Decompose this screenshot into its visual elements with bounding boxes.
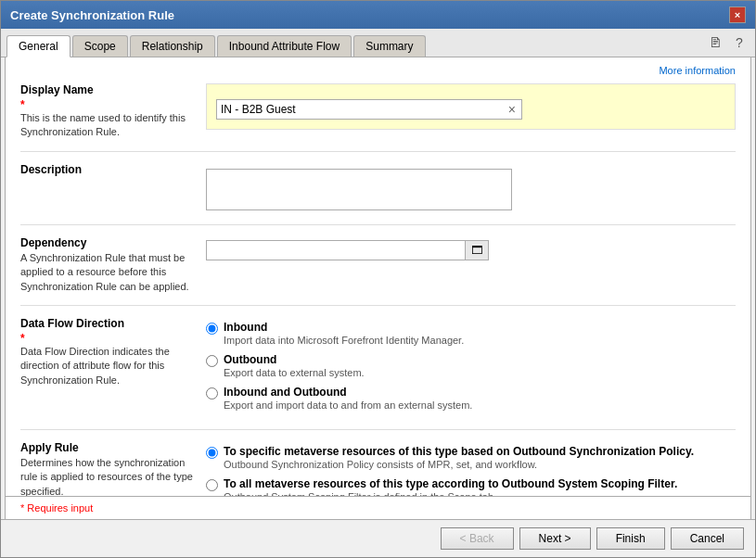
select-arrow-icon[interactable]: 🗖 [466, 240, 489, 260]
data-flow-label-area: Data Flow Direction * Data Flow Directio… [20, 317, 206, 418]
dependency-select[interactable] [206, 240, 466, 260]
display-name-input-wrapper: × [216, 99, 522, 120]
description-section: Description [20, 163, 736, 225]
back-button[interactable]: < Back [441, 527, 514, 550]
title-bar: Create Synchronization Rule × [1, 1, 755, 29]
display-name-title: Display Name [20, 83, 197, 96]
data-flow-radio-group: Inbound Import data into Microsoft Foref… [206, 321, 736, 411]
add-icon[interactable]: 🖹 [705, 32, 725, 53]
tab-scope[interactable]: Scope [72, 35, 128, 57]
apply-rule-content: To specific metaverse resources of this … [206, 441, 736, 497]
radio-specific-item: To specific metaverse resources of this … [206, 445, 736, 470]
description-label-area: Description [20, 163, 206, 213]
apply-rule-radio-group: To specific metaverse resources of this … [206, 445, 736, 497]
required-star-data-flow: * [20, 332, 25, 345]
dependency-desc: A Synchronization Rule that must be appl… [20, 251, 197, 294]
dependency-select-wrapper: 🗖 [206, 240, 736, 260]
radio-inbound-outbound-desc: Export and import data to and from an ex… [224, 399, 472, 411]
display-name-desc: This is the name used to identify this S… [20, 111, 197, 140]
clear-display-name-button[interactable]: × [506, 102, 518, 117]
radio-specific-label: To specific metaverse resources of this … [224, 445, 694, 458]
radio-outbound-desc: Export data to external system. [224, 367, 365, 378]
help-icon[interactable]: ? [729, 32, 750, 53]
create-sync-rule-dialog: Create Synchronization Rule × General Sc… [0, 0, 756, 558]
display-name-section: Display Name * This is the name used to … [20, 83, 736, 152]
display-name-content: × [206, 83, 736, 140]
tab-relationship[interactable]: Relationship [130, 35, 215, 57]
required-star-display-name: * [20, 98, 25, 111]
data-flow-content: Inbound Import data into Microsoft Foref… [206, 317, 736, 418]
data-flow-title: Data Flow Direction [20, 317, 197, 330]
toolbar-icons: 🖹 ? [705, 32, 750, 53]
radio-inbound[interactable] [206, 323, 218, 335]
radio-outbound[interactable] [206, 355, 218, 367]
radio-outbound-item: Outbound Export data to external system. [206, 353, 736, 378]
apply-rule-label-area: Apply Rule Determines how the synchroniz… [20, 441, 206, 497]
apply-rule-desc: Determines how the synchronization rule … [20, 456, 197, 497]
radio-specific[interactable] [206, 447, 218, 459]
display-name-box: × [206, 83, 736, 130]
display-name-input[interactable] [221, 103, 506, 116]
tabs-container: General Scope Relationship Inbound Attri… [6, 34, 428, 57]
radio-inbound-outbound-label: Inbound and Outbound [224, 386, 472, 399]
dependency-content: 🗖 [206, 236, 736, 294]
cancel-button[interactable]: Cancel [671, 527, 744, 550]
data-flow-desc: Data Flow Direction indicates the direct… [20, 345, 197, 387]
apply-rule-section: Apply Rule Determines how the synchroniz… [20, 441, 736, 497]
tabs-bar: General Scope Relationship Inbound Attri… [1, 29, 755, 57]
radio-all-label: To all metaverse resources of this type … [224, 477, 677, 490]
radio-all[interactable] [206, 479, 218, 491]
more-information-link[interactable]: More information [20, 65, 736, 76]
radio-inbound-label: Inbound [224, 321, 464, 334]
display-name-label-area: Display Name * This is the name used to … [20, 83, 206, 140]
tab-general[interactable]: General [6, 35, 70, 57]
tab-inbound-attribute-flow[interactable]: Inbound Attribute Flow [217, 35, 352, 57]
next-button[interactable]: Next > [519, 527, 591, 550]
description-input[interactable] [206, 169, 512, 210]
radio-outbound-label: Outbound [224, 353, 365, 366]
radio-specific-desc: Outbound Synchronization Policy consists… [224, 459, 694, 470]
requires-input-notice: * Requires input [5, 497, 751, 519]
dependency-title: Dependency [20, 236, 197, 249]
data-flow-section: Data Flow Direction * Data Flow Directio… [20, 317, 736, 430]
radio-inbound-desc: Import data into Microsoft Forefront Ide… [224, 335, 464, 346]
radio-inbound-outbound-item: Inbound and Outbound Export and import d… [206, 386, 736, 411]
description-content [206, 163, 736, 213]
footer: < Back Next > Finish Cancel [1, 519, 755, 557]
dependency-label-area: Dependency A Synchronization Rule that m… [20, 236, 206, 294]
tab-summary[interactable]: Summary [353, 35, 425, 57]
radio-all-item: To all metaverse resources of this type … [206, 477, 736, 497]
main-content: More information Display Name * This is … [5, 57, 751, 497]
radio-inbound-outbound[interactable] [206, 387, 218, 399]
dependency-section: Dependency A Synchronization Rule that m… [20, 236, 736, 306]
close-button[interactable]: × [729, 6, 746, 23]
description-title: Description [20, 163, 197, 176]
radio-inbound-item: Inbound Import data into Microsoft Foref… [206, 321, 736, 346]
dialog-title: Create Synchronization Rule [10, 8, 174, 22]
apply-rule-title: Apply Rule [20, 441, 197, 454]
finish-button[interactable]: Finish [596, 527, 665, 550]
